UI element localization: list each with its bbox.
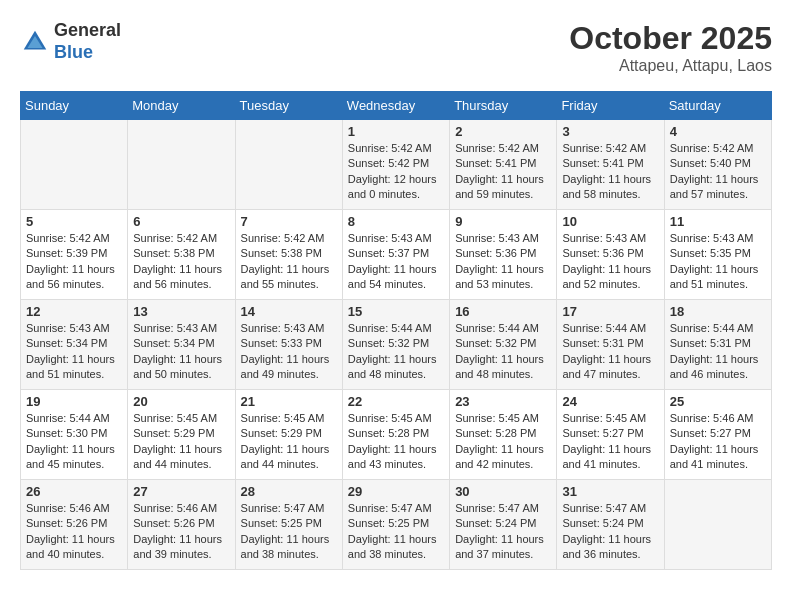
- day-info: Sunrise: 5:45 AMSunset: 5:28 PMDaylight:…: [348, 411, 444, 473]
- day-cell: 8Sunrise: 5:43 AMSunset: 5:37 PMDaylight…: [342, 210, 449, 300]
- day-cell: 28Sunrise: 5:47 AMSunset: 5:25 PMDayligh…: [235, 480, 342, 570]
- day-cell: 18Sunrise: 5:44 AMSunset: 5:31 PMDayligh…: [664, 300, 771, 390]
- title-area: October 2025 Attapeu, Attapu, Laos: [569, 20, 772, 75]
- day-cell: 6Sunrise: 5:42 AMSunset: 5:38 PMDaylight…: [128, 210, 235, 300]
- day-info: Sunrise: 5:42 AMSunset: 5:41 PMDaylight:…: [562, 141, 658, 203]
- day-number: 16: [455, 304, 551, 319]
- day-number: 20: [133, 394, 229, 409]
- day-info: Sunrise: 5:47 AMSunset: 5:25 PMDaylight:…: [241, 501, 337, 563]
- day-info: Sunrise: 5:46 AMSunset: 5:27 PMDaylight:…: [670, 411, 766, 473]
- day-cell: 21Sunrise: 5:45 AMSunset: 5:29 PMDayligh…: [235, 390, 342, 480]
- day-info: Sunrise: 5:45 AMSunset: 5:27 PMDaylight:…: [562, 411, 658, 473]
- day-cell: 11Sunrise: 5:43 AMSunset: 5:35 PMDayligh…: [664, 210, 771, 300]
- day-number: 28: [241, 484, 337, 499]
- logo-text: General Blue: [54, 20, 121, 63]
- day-cell: 22Sunrise: 5:45 AMSunset: 5:28 PMDayligh…: [342, 390, 449, 480]
- logo-general-text: General: [54, 20, 121, 42]
- day-info: Sunrise: 5:47 AMSunset: 5:25 PMDaylight:…: [348, 501, 444, 563]
- day-cell: [21, 120, 128, 210]
- day-number: 6: [133, 214, 229, 229]
- day-number: 21: [241, 394, 337, 409]
- day-cell: 23Sunrise: 5:45 AMSunset: 5:28 PMDayligh…: [450, 390, 557, 480]
- day-info: Sunrise: 5:42 AMSunset: 5:38 PMDaylight:…: [241, 231, 337, 293]
- day-info: Sunrise: 5:43 AMSunset: 5:34 PMDaylight:…: [26, 321, 122, 383]
- day-info: Sunrise: 5:46 AMSunset: 5:26 PMDaylight:…: [133, 501, 229, 563]
- day-number: 25: [670, 394, 766, 409]
- day-cell: 16Sunrise: 5:44 AMSunset: 5:32 PMDayligh…: [450, 300, 557, 390]
- header-cell-tuesday: Tuesday: [235, 92, 342, 120]
- day-cell: [128, 120, 235, 210]
- day-number: 19: [26, 394, 122, 409]
- week-row-2: 5Sunrise: 5:42 AMSunset: 5:39 PMDaylight…: [21, 210, 772, 300]
- day-info: Sunrise: 5:44 AMSunset: 5:32 PMDaylight:…: [348, 321, 444, 383]
- week-row-4: 19Sunrise: 5:44 AMSunset: 5:30 PMDayligh…: [21, 390, 772, 480]
- day-cell: 10Sunrise: 5:43 AMSunset: 5:36 PMDayligh…: [557, 210, 664, 300]
- day-number: 11: [670, 214, 766, 229]
- day-info: Sunrise: 5:47 AMSunset: 5:24 PMDaylight:…: [562, 501, 658, 563]
- week-row-1: 1Sunrise: 5:42 AMSunset: 5:42 PMDaylight…: [21, 120, 772, 210]
- day-cell: 9Sunrise: 5:43 AMSunset: 5:36 PMDaylight…: [450, 210, 557, 300]
- day-number: 18: [670, 304, 766, 319]
- day-info: Sunrise: 5:44 AMSunset: 5:32 PMDaylight:…: [455, 321, 551, 383]
- day-info: Sunrise: 5:45 AMSunset: 5:29 PMDaylight:…: [241, 411, 337, 473]
- day-number: 14: [241, 304, 337, 319]
- day-cell: 3Sunrise: 5:42 AMSunset: 5:41 PMDaylight…: [557, 120, 664, 210]
- day-cell: 1Sunrise: 5:42 AMSunset: 5:42 PMDaylight…: [342, 120, 449, 210]
- day-cell: [664, 480, 771, 570]
- day-cell: 29Sunrise: 5:47 AMSunset: 5:25 PMDayligh…: [342, 480, 449, 570]
- day-info: Sunrise: 5:44 AMSunset: 5:30 PMDaylight:…: [26, 411, 122, 473]
- day-info: Sunrise: 5:42 AMSunset: 5:40 PMDaylight:…: [670, 141, 766, 203]
- day-number: 3: [562, 124, 658, 139]
- header-cell-wednesday: Wednesday: [342, 92, 449, 120]
- header-cell-sunday: Sunday: [21, 92, 128, 120]
- day-info: Sunrise: 5:43 AMSunset: 5:33 PMDaylight:…: [241, 321, 337, 383]
- day-number: 17: [562, 304, 658, 319]
- day-info: Sunrise: 5:45 AMSunset: 5:28 PMDaylight:…: [455, 411, 551, 473]
- day-cell: 20Sunrise: 5:45 AMSunset: 5:29 PMDayligh…: [128, 390, 235, 480]
- day-info: Sunrise: 5:44 AMSunset: 5:31 PMDaylight:…: [562, 321, 658, 383]
- day-info: Sunrise: 5:47 AMSunset: 5:24 PMDaylight:…: [455, 501, 551, 563]
- day-info: Sunrise: 5:43 AMSunset: 5:37 PMDaylight:…: [348, 231, 444, 293]
- day-info: Sunrise: 5:42 AMSunset: 5:38 PMDaylight:…: [133, 231, 229, 293]
- day-number: 31: [562, 484, 658, 499]
- day-number: 8: [348, 214, 444, 229]
- day-number: 9: [455, 214, 551, 229]
- day-cell: 25Sunrise: 5:46 AMSunset: 5:27 PMDayligh…: [664, 390, 771, 480]
- day-number: 13: [133, 304, 229, 319]
- day-info: Sunrise: 5:43 AMSunset: 5:36 PMDaylight:…: [455, 231, 551, 293]
- day-cell: 5Sunrise: 5:42 AMSunset: 5:39 PMDaylight…: [21, 210, 128, 300]
- day-cell: 27Sunrise: 5:46 AMSunset: 5:26 PMDayligh…: [128, 480, 235, 570]
- week-row-5: 26Sunrise: 5:46 AMSunset: 5:26 PMDayligh…: [21, 480, 772, 570]
- day-info: Sunrise: 5:42 AMSunset: 5:39 PMDaylight:…: [26, 231, 122, 293]
- day-info: Sunrise: 5:42 AMSunset: 5:42 PMDaylight:…: [348, 141, 444, 203]
- day-cell: 17Sunrise: 5:44 AMSunset: 5:31 PMDayligh…: [557, 300, 664, 390]
- day-number: 5: [26, 214, 122, 229]
- header-cell-thursday: Thursday: [450, 92, 557, 120]
- header-row: SundayMondayTuesdayWednesdayThursdayFrid…: [21, 92, 772, 120]
- header: General Blue October 2025 Attapeu, Attap…: [20, 20, 772, 75]
- day-number: 10: [562, 214, 658, 229]
- day-number: 23: [455, 394, 551, 409]
- calendar-title: October 2025: [569, 20, 772, 57]
- week-row-3: 12Sunrise: 5:43 AMSunset: 5:34 PMDayligh…: [21, 300, 772, 390]
- day-cell: 4Sunrise: 5:42 AMSunset: 5:40 PMDaylight…: [664, 120, 771, 210]
- day-info: Sunrise: 5:46 AMSunset: 5:26 PMDaylight:…: [26, 501, 122, 563]
- day-number: 15: [348, 304, 444, 319]
- day-cell: 14Sunrise: 5:43 AMSunset: 5:33 PMDayligh…: [235, 300, 342, 390]
- day-number: 2: [455, 124, 551, 139]
- day-info: Sunrise: 5:43 AMSunset: 5:34 PMDaylight:…: [133, 321, 229, 383]
- logo-icon: [20, 27, 50, 57]
- day-cell: 24Sunrise: 5:45 AMSunset: 5:27 PMDayligh…: [557, 390, 664, 480]
- day-info: Sunrise: 5:44 AMSunset: 5:31 PMDaylight:…: [670, 321, 766, 383]
- day-info: Sunrise: 5:43 AMSunset: 5:36 PMDaylight:…: [562, 231, 658, 293]
- day-number: 12: [26, 304, 122, 319]
- calendar-subtitle: Attapeu, Attapu, Laos: [569, 57, 772, 75]
- day-number: 22: [348, 394, 444, 409]
- day-info: Sunrise: 5:43 AMSunset: 5:35 PMDaylight:…: [670, 231, 766, 293]
- logo-blue-text: Blue: [54, 42, 121, 64]
- day-number: 27: [133, 484, 229, 499]
- logo: General Blue: [20, 20, 121, 63]
- day-cell: 26Sunrise: 5:46 AMSunset: 5:26 PMDayligh…: [21, 480, 128, 570]
- day-cell: 7Sunrise: 5:42 AMSunset: 5:38 PMDaylight…: [235, 210, 342, 300]
- day-number: 29: [348, 484, 444, 499]
